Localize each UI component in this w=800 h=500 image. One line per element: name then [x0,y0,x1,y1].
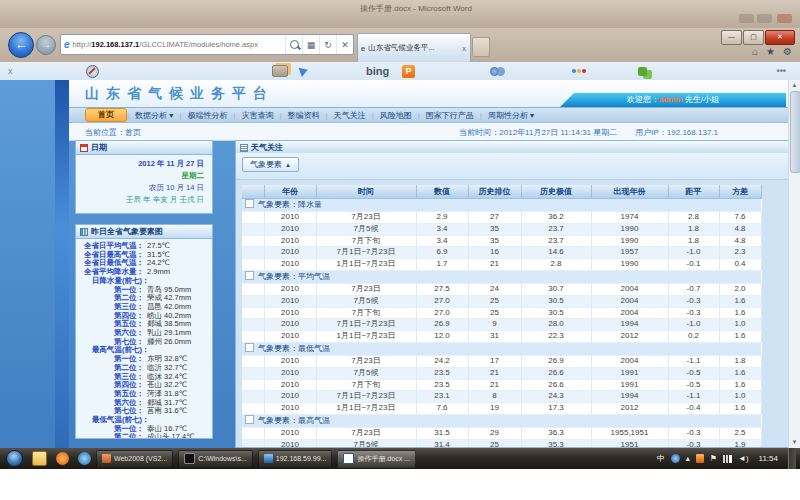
window-maximize-button[interactable]: ▢ [743,30,764,45]
nav-item-1[interactable]: 首页 [85,108,127,122]
table-cell: 1.0 [719,319,761,331]
page-left-border [55,80,69,448]
table-cell: 30.5 [521,307,591,319]
taskbar-button[interactable]: C:\Windows\s... [178,450,253,468]
row-checkbox-cell [242,283,264,295]
bing-logo[interactable]: bing [366,64,389,78]
show-desktop-button[interactable] [788,448,796,469]
messenger-addon-icon[interactable] [490,64,499,78]
ime-addon-icon[interactable]: P [398,64,415,78]
nav-item-4[interactable]: 灾害查询 [235,110,279,121]
tray-app-icon[interactable] [671,454,680,463]
tab-close-icon[interactable]: x [462,44,466,53]
table-cell: 2010 [264,235,316,247]
nav-item-7[interactable]: 风险地图 [374,110,418,121]
table-row: 20107月23日2.92736.219742.87.6 [242,212,761,224]
taskbar-button-label: Web2008 (VS2... [114,455,167,462]
taskbar-clock[interactable]: 11:54 [759,454,778,463]
table-cell: -1.1 [668,391,719,403]
tray-expand-icon[interactable]: ▴ [686,448,690,469]
table-group-row: 气象要素：降水量 [242,199,761,212]
calendar-body: 2012 年 11 月 27 日 星期二 农历 10 月 14 日 壬辰 年 辛… [75,155,213,214]
mail-addon-icon[interactable] [300,64,308,78]
weather-table: 年份时间数值历史排位历史极值出现年份距平方差 气象要素：降水量20107月23日… [242,185,762,448]
action-center-flag-icon[interactable]: ⚑ [710,448,717,469]
nav-item-2[interactable]: 数据分析 ▾ [129,110,179,121]
browser-forward-button[interactable]: → [36,35,56,55]
group-label: 气象要素：最低气温 [258,344,330,353]
plugin-addon-icon[interactable] [638,64,647,78]
stop-icon[interactable]: ✕ [336,35,353,54]
table-cell: 26.9 [521,355,591,367]
row-checkbox-cell [242,355,264,367]
calendar-ganzhi: 壬辰 年 辛亥 月 壬戌 日 [76,194,212,206]
pet-addon-icon[interactable] [572,64,587,78]
favorites-star-icon[interactable]: ★ [766,46,775,57]
taskbar-button[interactable]: 操作手册.docx ... [337,450,416,468]
url-path: /GLCCLIMATE/modules/home.aspx [139,40,258,49]
webpage: 山东省气候业务平台 欢迎您：admin 先生/小姐 首页|数据分析 ▾|极端性分… [55,80,788,448]
tray-download-icon[interactable] [696,454,704,463]
network-icon[interactable] [723,455,732,463]
group-checkbox[interactable] [245,343,254,352]
element-dropdown-button[interactable]: 气象要素▲ [242,157,299,172]
new-tab-button[interactable] [472,37,490,57]
table-cell: 7.6 [416,403,468,415]
search-icon[interactable] [285,35,302,54]
page-content: 日期 2012 年 11 月 27 日 星期二 农历 10 月 14 日 壬辰 … [69,140,788,448]
refresh-icon[interactable]: ↻ [319,35,336,54]
nav-item-6[interactable]: 天气关注 [328,110,372,121]
window-minimize-button[interactable]: — [721,30,742,45]
background-close-button[interactable] [777,14,792,23]
ranking-value: 莒南 31.6℃ [144,407,187,416]
compatibility-view-icon[interactable]: ▦ [302,35,319,54]
group-label: 气象要素：最高气温 [258,416,330,425]
table-cell: 7月1日~7月23日 [316,391,416,403]
start-button[interactable] [6,450,23,467]
ranking-row: 第三位：昌邑 42.0mm [76,303,212,312]
home-icon[interactable]: ⌂ [752,46,758,57]
scrollbar-thumb[interactable] [790,91,800,173]
scrollbar-up-arrow[interactable]: ▲ [789,80,800,91]
volume-icon[interactable]: ◄) [738,448,749,469]
media-player-orange-icon[interactable] [56,452,69,465]
group-checkbox[interactable] [245,415,254,424]
close-bar-icon[interactable]: x [8,64,13,78]
background-maximize-button[interactable] [757,14,772,23]
table-cell: 1994 [591,319,668,331]
table-cell: 24.3 [521,391,591,403]
address-bar[interactable]: e http://192.168.137.1/GLCCLIMATE/module… [60,34,354,55]
table-cell: 8 [468,391,521,403]
vertical-scrollbar[interactable]: ▲ ▼ [788,80,800,448]
table-row: 20107月1日~7月23日23.1824.31994-1.11.0 [242,391,761,403]
table-toolbar: 气象要素▲ [236,153,799,180]
nav-item-3[interactable]: 极端性分析 [181,110,233,121]
table-row: 20107月1日~7月23日26.9928.01994-1.01.0 [242,319,761,331]
wallet-addon-icon[interactable] [272,64,288,78]
settings-gear-icon[interactable]: ⚙ [783,46,792,57]
scrollbar-down-arrow[interactable]: ▼ [789,437,800,448]
ime-language-indicator[interactable]: 中 [657,448,665,469]
browser-tab[interactable]: e 山东省气候业务平... x [357,33,471,62]
taskbar-button[interactable]: Web2008 (VS2... [96,450,173,468]
group-checkbox[interactable] [245,271,254,280]
media-player-blue-icon[interactable] [78,452,91,465]
nav-item-5[interactable]: 整编资料 [282,110,326,121]
calendar-panel: 日期 2012 年 11 月 27 日 星期二 农历 10 月 14 日 壬辰 … [75,140,213,214]
overflow-menu-icon[interactable]: ••• [777,64,786,78]
table-cell: 26.9 [416,319,468,331]
table-cell: 27 [468,212,521,224]
nav-item-9[interactable]: 周期性分析 ▾ [482,110,540,121]
table-row: 20101月1日~7月23日1.7212.81990-0.10.4 [242,259,761,271]
explorer-folder-icon[interactable] [32,451,47,466]
table-cell: 7月下旬 [316,379,416,391]
taskbar-button[interactable]: 192.168.59.99... [258,450,333,468]
blocker-addon-icon[interactable] [86,64,99,78]
browser-back-button[interactable]: ← [8,32,34,58]
window-close-button[interactable]: ✕ [765,30,795,45]
background-minimize-button[interactable] [739,14,754,23]
table-cell: -1.1 [668,355,719,367]
group-checkbox[interactable] [245,199,254,208]
weather-elements-body: 全省日平均气温：27.5℃全省日最高气温：31.5℃全省日最低气温：24.2℃全… [75,239,213,439]
nav-item-8[interactable]: 国家下行产品 [420,110,480,121]
